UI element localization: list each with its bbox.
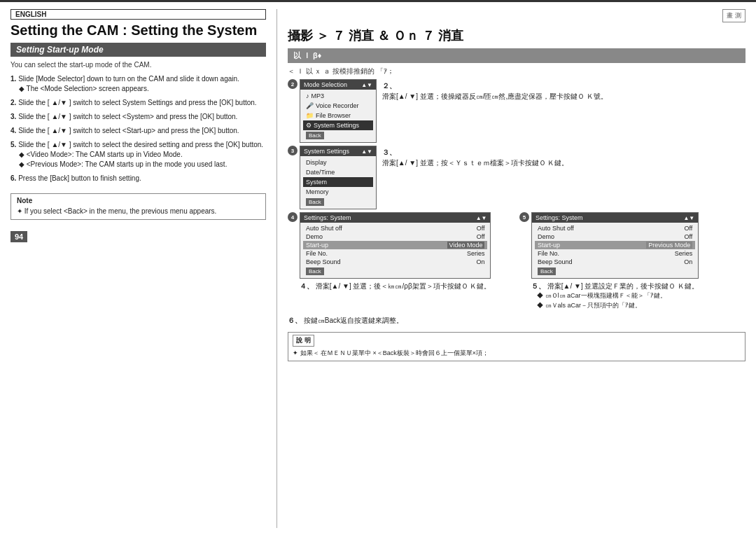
main-title: Setting the CAM : Setting the System	[10, 22, 266, 39]
step-3-number: 3.	[10, 113, 18, 120]
screen-panel-5: Settings: System ▲▼ Auto Shut offOff Dem…	[531, 212, 699, 279]
step-1-bullet: The <Mode Selection> screen appears.	[10, 84, 266, 94]
screen-2-item-system: ⚙ System Settings	[303, 120, 373, 130]
step-5-bullet-2: <Previous Mode>: The CAM starts up in th…	[10, 160, 266, 169]
chinese-section-heading: 以 Ｉ β♦	[288, 48, 746, 63]
step-2: 2. Slide the [ ▲/▼ ] switch to select Sy…	[10, 98, 266, 108]
screen-4-beep: Beep SoundOn	[303, 258, 487, 266]
step-6-number: 6.	[10, 174, 18, 182]
chinese-intro: ＜ Ｉ 以 ｘ ａ 按模排推銷的 「ｱ；	[288, 67, 746, 76]
screen-3-item-date: Date/Time	[303, 167, 373, 177]
screen-2-item-file: 📁 File Browser	[303, 111, 373, 120]
chinese-step-3: ３、 滑案[▲/ ▼] 並選；按＜Ｙｓｔｅｍ檔案＞項卡按鍵Ｏ Ｋ鍵。	[382, 146, 746, 168]
step-num-5: 5	[519, 212, 529, 222]
intro-text: You can select the start-up mode of the …	[10, 61, 266, 69]
screen-row-2: 2 Mode Selection ▲▼ ♪ MP3	[288, 79, 746, 143]
chinese-note-title: 說 明	[293, 335, 314, 347]
center-divider	[276, 9, 277, 528]
chinese-step-4: ４、 滑案[▲/ ▼] 並選；後＜㎞㎝/ρβ架置＞項卡按鍵Ｏ Ｋ鍵。	[300, 281, 491, 291]
screen-3-item-memory: Memory	[303, 187, 373, 197]
step-5-number: 5.	[10, 141, 18, 148]
step-6: 6. Press the [Back] button to finish set…	[10, 174, 266, 183]
step-6-text: Press the [Back] button to finish settin…	[18, 174, 141, 182]
chinese-step-6: ６、 按鍵㎝Back返自按選鍵來調整。	[288, 316, 746, 326]
screen-5-icon: ▲▼	[683, 215, 694, 221]
screen-4-fileno: File No.Series	[303, 249, 487, 258]
screen-5-startup: Start-upPrevious Mode	[535, 241, 695, 249]
step-3: 3. Slide the [ ▲/▼ ] switch to select <S…	[10, 112, 266, 122]
screen-2-back: Back	[306, 132, 324, 139]
screen-3-header: System Settings ▲▼	[300, 146, 376, 156]
left-column: ENGLISH Setting the CAM : Setting the Sy…	[10, 9, 266, 528]
step-4-number: 4.	[10, 127, 18, 134]
chinese-note-box: 說 明 ✦ 如果＜ 在ＭＥＮＵ菜單中 ×＜Back板裝＞時會回６上一個菜單×項；	[288, 332, 746, 361]
screen-3-title: System Settings	[304, 148, 349, 155]
screen-row-3: 3 System Settings ▲▼ Display Date/Time S…	[288, 146, 746, 209]
page-number: 94	[10, 231, 27, 242]
screen-2-icon: ▲▼	[361, 82, 372, 88]
step-2-number: 2.	[10, 99, 18, 106]
chinese-step-2: ２、 滑案[▲/ ▼] 並選；後操縱器反㎝/匝㎝然,應盡定保器，壓卡按鍵Ｏ Ｋ號…	[382, 79, 746, 102]
file-icon: 📁	[306, 112, 314, 119]
screen-group-4: 4 Settings: System ▲▼ Auto Shut offOff	[288, 212, 514, 310]
step-4: 4. Slide the [ ▲/▼ ] switch to select <S…	[10, 126, 266, 136]
step-1: 1. Slide [Mode Selector] down to turn on…	[10, 74, 266, 94]
screen-5-demo: DemoOff	[535, 232, 695, 241]
note-title: Note	[17, 197, 260, 204]
screen-rows-4-5: 4 Settings: System ▲▼ Auto Shut offOff	[288, 212, 746, 310]
screen-5-header: Settings: System ▲▼	[532, 213, 698, 223]
screen-4-demo: DemoOff	[303, 232, 487, 241]
screen-4-startup: Start-upVideo Mode	[303, 241, 487, 249]
screen-2-item-voice: 🎤 Voice Recorder	[303, 101, 373, 111]
section-heading-left: Setting Start-up Mode	[10, 43, 266, 57]
screen-5-back: Back	[538, 268, 556, 275]
main-content: ENGLISH Setting the CAM : Setting the Sy…	[0, 2, 756, 535]
screen-2-item-mp3: ♪ MP3	[303, 91, 373, 101]
language-badge: ENGLISH	[10, 9, 266, 20]
screen-2-header: Mode Selection ▲▼	[300, 80, 376, 90]
chinese-step-2-num: ２、	[382, 81, 746, 91]
screen-5-auto-shutoff: Auto Shut offOff	[535, 224, 695, 232]
step-1-number: 1.	[10, 75, 18, 83]
right-column: 畫 測 攝影 ＞ ７ 消直 ＆ Ｏｎ ７ 消直 以 Ｉ β♦ ＜ Ｉ 以 ｘ ａ…	[288, 9, 746, 528]
chinese-step-5: ５、 滑案[▲/ ▼] 並選設定Ｆ業的，後卡按鍵Ｏ Ｋ鍵。 ◆ ㎝Ｏl㎝ aCa…	[531, 281, 699, 310]
note-box: Note If you select <Back> in the menu, t…	[10, 193, 266, 220]
chinese-note-text: ✦ 如果＜ 在ＭＥＮＵ菜單中 ×＜Back板裝＞時會回６上一個菜單×項；	[293, 349, 741, 359]
screen-4-title: Settings: System	[304, 214, 351, 221]
step-num-4: 4	[288, 212, 298, 222]
step-num-2: 2	[288, 79, 298, 89]
system-icon: ⚙	[306, 122, 312, 129]
step-5: 5. Slide the [ ▲/▼ ] switch to select th…	[10, 140, 266, 169]
chinese-main-title: 攝影 ＞ ７ 消直 ＆ Ｏｎ ７ 消直	[288, 27, 746, 44]
step-5-text: Slide the [ ▲/▼ ] switch to select the d…	[18, 141, 263, 148]
screens-container: 2 Mode Selection ▲▼ ♪ MP3	[288, 79, 746, 361]
page-container: ENGLISH Setting the CAM : Setting the Sy…	[0, 0, 756, 535]
screen-3-item-display: Display	[303, 158, 373, 167]
screen-2-title: Mode Selection	[304, 81, 347, 88]
screen-5-title: Settings: System	[536, 214, 583, 221]
screen-3-item-system: System	[303, 177, 373, 187]
screen-3-icon: ▲▼	[361, 148, 372, 155]
step-num-3: 3	[288, 146, 298, 155]
screen-panel-3: System Settings ▲▼ Display Date/Time Sys…	[300, 146, 377, 209]
screen-5-beep: Beep SoundOn	[535, 258, 695, 266]
screen-2-body: ♪ MP3 🎤 Voice Recorder 📁 File Browser ⚙ …	[300, 90, 376, 142]
note-content: If you select <Back> in the menu, the pr…	[17, 207, 260, 216]
screen-3-back: Back	[306, 198, 324, 206]
screen-3-body: Display Date/Time System Memory Back	[300, 156, 376, 209]
step-1-text: Slide [Mode Selector] down to turn on th…	[18, 75, 239, 83]
screen-5-body: Auto Shut offOff DemoOff Start-upPreviou…	[532, 223, 698, 278]
screen-group-5: 5 Settings: System ▲▼ Auto Shut offOff	[519, 212, 746, 310]
screen-4-back: Back	[306, 268, 324, 275]
step-5-bullet-1: <Video Mode>: The CAM starts up in Video…	[10, 150, 266, 160]
step-3-text: Slide the [ ▲/▼ ] switch to select <Syst…	[18, 113, 237, 120]
right-top-label: 畫 測	[722, 9, 746, 22]
screen-4-body: Auto Shut offOff DemoOff Start-upVideo M…	[300, 223, 490, 278]
screen-4-header: Settings: System ▲▼	[300, 213, 490, 223]
screen-panel-2: Mode Selection ▲▼ ♪ MP3 🎤 Voice Recorder	[300, 79, 377, 143]
chinese-step-3-num: ３、	[382, 147, 746, 158]
step-4-text: Slide the [ ▲/▼ ] switch to select <Star…	[18, 127, 239, 134]
mp3-icon: ♪	[306, 92, 309, 99]
voice-icon: 🎤	[306, 102, 314, 109]
screen-4-icon: ▲▼	[476, 215, 487, 221]
